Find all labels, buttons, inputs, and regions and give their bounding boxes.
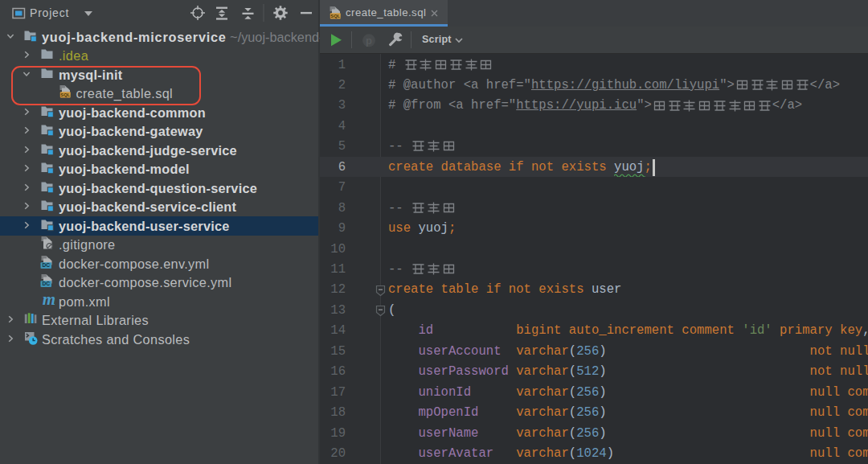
svg-text:p: p: [366, 35, 372, 47]
svg-text:m: m: [43, 293, 55, 307]
svg-text:SQL: SQL: [330, 14, 340, 18]
svg-text:DC: DC: [42, 281, 50, 287]
svg-text:DC: DC: [42, 262, 50, 268]
